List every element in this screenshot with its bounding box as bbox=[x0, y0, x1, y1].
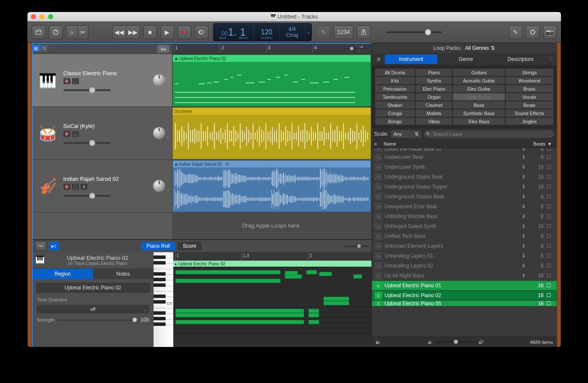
instrument-filter-cell[interactable]: Shaker bbox=[375, 101, 415, 109]
favorite-checkbox[interactable]: ☐ bbox=[546, 194, 554, 200]
record-button[interactable]: ● bbox=[178, 25, 191, 39]
media-browser-button[interactable]: 📷 bbox=[543, 25, 557, 39]
tuner-button[interactable]: ✎ bbox=[317, 25, 330, 39]
instrument-filter-cell[interactable]: Jingles bbox=[506, 118, 553, 125]
beats-column-header[interactable]: Beats bbox=[527, 141, 546, 146]
favorite-checkbox[interactable]: ☐ bbox=[546, 253, 554, 259]
instrument-filter-cell[interactable]: Tambourine bbox=[375, 93, 415, 100]
loop-row[interactable]: ♫ Upbeat Electric Piano 01 16 ☐ bbox=[372, 281, 557, 291]
instrument-filter-cell[interactable]: Elec Bass bbox=[453, 118, 505, 125]
sort-icon[interactable]: ≡ bbox=[374, 141, 384, 146]
download-icon[interactable]: ⬇ bbox=[522, 154, 528, 160]
smart-controls-button[interactable]: ☼ bbox=[66, 25, 77, 39]
favorite-checkbox[interactable]: ☐ bbox=[546, 283, 554, 289]
track-volume-slider[interactable] bbox=[63, 89, 111, 91]
instrument-filter-cell[interactable]: Acoustic Guitar bbox=[453, 77, 505, 84]
favorite-checkbox[interactable]: ☐ bbox=[546, 292, 554, 298]
loops-view-grid-button[interactable]: ▦ bbox=[32, 45, 40, 52]
scale-select[interactable]: Any⇅ bbox=[391, 130, 421, 138]
piano-keyboard[interactable]: C4 bbox=[154, 252, 173, 347]
region-name-field[interactable]: Upbeat Electric Piano 02 bbox=[36, 283, 150, 293]
loop-row[interactable]: ∿ Unexpected Error Beat ⬇ 8 ☐ bbox=[372, 202, 557, 212]
mute-button[interactable]: 🔇 bbox=[63, 78, 70, 84]
download-icon[interactable]: ⬇ bbox=[522, 243, 528, 249]
instrument-filter-cell[interactable]: Mallets bbox=[416, 109, 452, 117]
instrument-filter-cell[interactable]: Elec Piano bbox=[416, 85, 452, 92]
track-header[interactable]: 🥁 SoCal (Kyle) 🔇 🎧 LR bbox=[33, 107, 172, 160]
loop-list[interactable]: ∿ Under the Radar Beat 02 ⬇ 8 ☐∿ Underco… bbox=[372, 148, 557, 337]
instrument-filter-cell[interactable]: Vocals bbox=[506, 93, 553, 100]
instrument-filter-cell[interactable]: Strings bbox=[506, 69, 553, 76]
lcd-display[interactable]: 001.1 BARBEAT 120TEMPO 4/4Cmaj ⌄ bbox=[213, 23, 312, 41]
favorite-column-header[interactable]: ♥ bbox=[546, 141, 554, 146]
notepad-button[interactable]: ✎ bbox=[509, 25, 522, 39]
favorite-checkbox[interactable]: ☐ bbox=[546, 223, 554, 229]
instrument-filter-cell[interactable]: Guitars bbox=[453, 69, 505, 76]
editors-button[interactable]: ✂ bbox=[77, 25, 88, 39]
loop-row[interactable]: ♫ Upbeat Electric Piano 05 16 ☐ bbox=[372, 301, 557, 307]
instrument-filter-cell[interactable]: Elec Guitar bbox=[453, 85, 505, 92]
favorite-checkbox[interactable]: ☐ bbox=[546, 301, 554, 307]
loop-filter-close-button[interactable]: ✕ bbox=[374, 56, 383, 63]
instrument-filter-cell[interactable]: Conga bbox=[375, 109, 415, 117]
instrument-filter-cell[interactable]: Sound Effects bbox=[506, 109, 553, 117]
favorite-checkbox[interactable]: ☐ bbox=[546, 243, 554, 249]
headphone-button[interactable]: 🎧 bbox=[72, 78, 79, 84]
score-tab[interactable]: Score bbox=[178, 242, 201, 250]
genre-tab[interactable]: Genre bbox=[439, 55, 492, 64]
timeline-zoom-slider[interactable] bbox=[342, 48, 368, 49]
download-icon[interactable]: ⬇ bbox=[522, 223, 528, 229]
loop-row[interactable]: ♫ Upbeat Electric Piano 02 16 ☐ bbox=[372, 291, 557, 301]
favorite-checkbox[interactable]: ☐ bbox=[546, 213, 554, 219]
favorite-checkbox[interactable]: ☐ bbox=[546, 154, 554, 160]
instrument-filter-cell[interactable]: Synths bbox=[416, 77, 452, 84]
favorite-checkbox[interactable]: ☐ bbox=[546, 273, 554, 279]
instrument-filter-cell[interactable]: Synthetic Bass bbox=[453, 109, 505, 117]
preview-volume-icon[interactable]: 🔈 bbox=[375, 339, 381, 345]
pan-knob[interactable] bbox=[153, 74, 165, 86]
input-button[interactable]: ⬇ bbox=[81, 184, 87, 190]
count-in-button[interactable]: 1234 bbox=[334, 25, 354, 39]
instrument-filter-cell[interactable]: Bass bbox=[453, 101, 505, 109]
loop-row[interactable]: ∿ Under the Radar Beat 02 ⬇ 8 ☐ bbox=[372, 148, 557, 152]
instrument-tab[interactable]: Instrument bbox=[385, 55, 438, 64]
ruler[interactable]: 12345 bbox=[172, 44, 371, 54]
loop-row[interactable]: ∿ Unfolding Wobble Bass ⬇ 8 ☐ bbox=[372, 212, 557, 222]
loops-view-column-button[interactable]: ☷ bbox=[40, 45, 49, 52]
loop-row[interactable]: ∿ Unraveling Layers 01 ⬇ 8 ☐ bbox=[372, 251, 557, 261]
instrument-filter-cell[interactable]: Bongo bbox=[375, 118, 415, 125]
download-icon[interactable]: ⬇ bbox=[522, 194, 528, 200]
strength-slider[interactable] bbox=[58, 319, 137, 321]
descriptors-tab[interactable]: Descriptors bbox=[494, 55, 547, 64]
loop-browser-button[interactable] bbox=[526, 25, 540, 39]
favorite-checkbox[interactable]: ☐ bbox=[546, 233, 554, 239]
region-piano[interactable]: ◈Upbeat Electric Piano 02 bbox=[172, 55, 371, 106]
stop-button[interactable]: ■ bbox=[143, 25, 157, 39]
time-quantize-select[interactable]: off bbox=[37, 305, 149, 313]
timeline[interactable]: 12345 ◈Upbeat Electric Piano 02 Drummer … bbox=[172, 44, 371, 239]
editor-tool2-button[interactable]: ▸↕ bbox=[49, 242, 59, 250]
download-icon[interactable]: ⬇ bbox=[522, 204, 528, 210]
track-filter-button[interactable]: ⚙▸ bbox=[157, 45, 169, 53]
instrument-filter-cell[interactable]: Kits bbox=[375, 77, 415, 84]
loop-row[interactable]: ∿ Unhinged Gated Synth ⬇ 16 ☐ bbox=[372, 222, 557, 231]
download-icon[interactable]: ⬇ bbox=[522, 174, 528, 180]
pan-knob[interactable] bbox=[153, 127, 165, 139]
instrument-filter-cell[interactable]: Organ bbox=[416, 93, 452, 100]
download-icon[interactable]: ⬇ bbox=[522, 184, 528, 190]
track-header[interactable]: 🎻 Indian Rajah Sarod 02 🔇 🎧 ⬇ LR bbox=[33, 160, 172, 213]
rewind-button[interactable]: ◀◀ bbox=[112, 25, 126, 39]
headphone-button[interactable]: 🎧 bbox=[72, 131, 79, 137]
download-icon[interactable]: ⬇ bbox=[522, 253, 528, 259]
pan-knob[interactable] bbox=[153, 180, 165, 192]
track-volume-slider[interactable] bbox=[63, 195, 111, 197]
search-loops-input[interactable]: Search Loops bbox=[424, 130, 554, 138]
download-icon[interactable]: ⬇ bbox=[522, 148, 528, 152]
forward-button[interactable]: ▶▶ bbox=[126, 25, 140, 39]
play-button[interactable]: ▶ bbox=[160, 25, 174, 39]
instrument-filter-cell[interactable]: Brass bbox=[506, 85, 553, 92]
instrument-filter-cell[interactable]: Piano bbox=[416, 69, 452, 76]
instrument-filter-cell[interactable]: Clavinet bbox=[416, 101, 452, 109]
notes-tab[interactable]: Notes bbox=[93, 269, 154, 279]
headphone-button[interactable]: 🎧 bbox=[72, 184, 79, 190]
